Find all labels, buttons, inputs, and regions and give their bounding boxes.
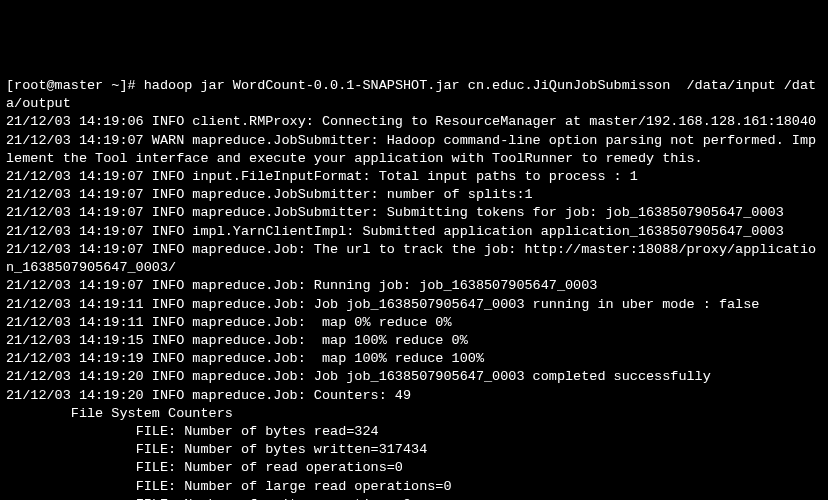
output-line: 21/12/03 14:19:11 INFO mapreduce.Job: Jo… <box>6 296 822 314</box>
output-line: FILE: Number of write operations=0 <box>6 496 822 500</box>
output-line: 21/12/03 14:19:06 INFO client.RMProxy: C… <box>6 113 822 131</box>
output-line: FILE: Number of read operations=0 <box>6 459 822 477</box>
output-line: 21/12/03 14:19:07 INFO mapreduce.JobSubm… <box>6 204 822 222</box>
output-line: 21/12/03 14:19:20 INFO mapreduce.Job: Co… <box>6 387 822 405</box>
output-line: 21/12/03 14:19:11 INFO mapreduce.Job: ma… <box>6 314 822 332</box>
output-line: 21/12/03 14:19:07 INFO input.FileInputFo… <box>6 168 822 186</box>
output-line: 21/12/03 14:19:19 INFO mapreduce.Job: ma… <box>6 350 822 368</box>
output-line: 21/12/03 14:19:07 INFO mapreduce.JobSubm… <box>6 186 822 204</box>
prompt-line: [root@master ~]# hadoop jar WordCount-0.… <box>6 77 822 113</box>
output-line: 21/12/03 14:19:07 INFO mapreduce.Job: Ru… <box>6 277 822 295</box>
output-line: FILE: Number of bytes read=324 <box>6 423 822 441</box>
output-line: FILE: Number of bytes written=317434 <box>6 441 822 459</box>
output-line: 21/12/03 14:19:15 INFO mapreduce.Job: ma… <box>6 332 822 350</box>
output-line: FILE: Number of large read operations=0 <box>6 478 822 496</box>
output-line: 21/12/03 14:19:07 INFO impl.YarnClientIm… <box>6 223 822 241</box>
output-line: 21/12/03 14:19:07 INFO mapreduce.Job: Th… <box>6 241 822 277</box>
output-line: 21/12/03 14:19:07 WARN mapreduce.JobSubm… <box>6 132 822 168</box>
shell-prompt: [root@master ~]# <box>6 78 144 93</box>
output-line: File System Counters <box>6 405 822 423</box>
output-line: 21/12/03 14:19:20 INFO mapreduce.Job: Jo… <box>6 368 822 386</box>
